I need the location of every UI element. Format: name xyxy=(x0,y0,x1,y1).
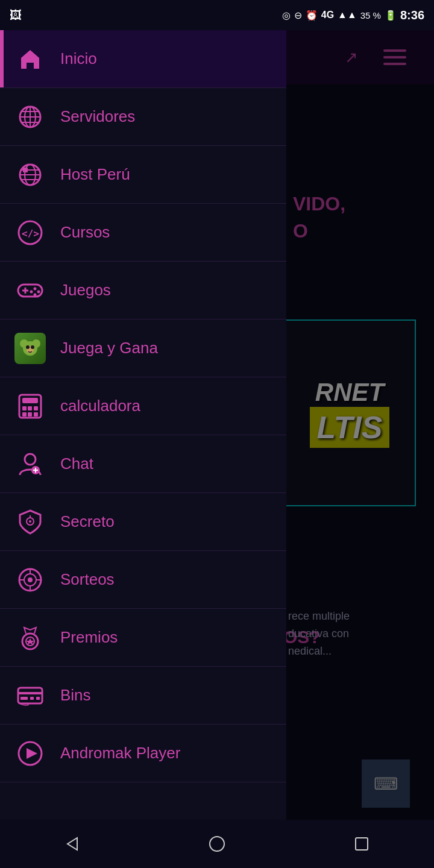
sidebar-item-sorteos[interactable]: Sorteos xyxy=(0,551,286,609)
svg-marker-59 xyxy=(68,838,77,850)
svg-rect-32 xyxy=(22,412,27,417)
svg-point-17 xyxy=(34,287,37,290)
svg-point-20 xyxy=(34,293,37,296)
svg-rect-34 xyxy=(34,412,38,417)
svg-point-48 xyxy=(28,577,33,582)
sidebar-item-host-peru[interactable]: Host Perú xyxy=(0,146,286,204)
battery-text: 35 % xyxy=(360,10,381,20)
sidebar-item-andromak[interactable]: Andromak Player xyxy=(0,725,286,782)
status-left: 🖼 xyxy=(10,8,22,22)
chat-person-icon xyxy=(14,448,46,480)
svg-rect-28 xyxy=(22,398,38,403)
card-icon xyxy=(14,680,46,711)
sidebar-item-juega-gana[interactable]: Juega y Gana xyxy=(0,319,286,377)
play-circle-icon xyxy=(14,738,46,769)
sidebar-item-servidores[interactable]: Servidores xyxy=(0,88,286,146)
medal-icon xyxy=(14,622,46,653)
sidebar-item-premios[interactable]: Premios xyxy=(0,609,286,667)
koala-icon xyxy=(14,333,46,364)
sidebar-label-juega-gana: Juega y Gana xyxy=(60,339,158,357)
svg-rect-33 xyxy=(28,412,32,417)
network-label: 4G xyxy=(321,10,334,20)
calculator-icon xyxy=(14,391,46,422)
gamepad-icon xyxy=(14,275,46,306)
image-icon: 🖼 xyxy=(10,8,22,22)
globe-icon-2 xyxy=(14,159,46,190)
sidebar-label-secreto: Secreto xyxy=(60,512,115,531)
sidebar-label-host-peru: Host Perú xyxy=(60,165,130,184)
svg-point-35 xyxy=(25,454,36,465)
sorteos-icon xyxy=(14,564,46,596)
drawer-overlay[interactable] xyxy=(283,30,434,868)
sidebar-label-juegos: Juegos xyxy=(60,281,111,300)
home-button[interactable] xyxy=(199,826,235,862)
svg-point-26 xyxy=(31,345,34,349)
sidebar-label-bins: Bins xyxy=(60,686,91,705)
signal-icon: ▲▲ xyxy=(338,10,357,20)
svg-rect-52 xyxy=(18,688,42,703)
battery-icon: 🔋 xyxy=(385,10,397,21)
sidebar-label-andromak: Andromak Player xyxy=(60,744,180,763)
globe-icon-1 xyxy=(14,101,46,133)
sidebar-item-juegos[interactable]: Juegos xyxy=(0,262,286,319)
svg-point-19 xyxy=(30,290,33,293)
svg-rect-29 xyxy=(22,406,27,410)
sidebar-label-premios: Premios xyxy=(60,628,118,647)
status-bar: 🖼 ◎ ⊖ ⏰ 4G ▲▲ 35 % 🔋 8:36 xyxy=(0,0,434,30)
svg-point-41 xyxy=(29,520,31,523)
svg-rect-61 xyxy=(356,838,368,850)
svg-rect-54 xyxy=(20,697,28,700)
code-icon: </> xyxy=(14,217,46,248)
sidebar-label-servidores: Servidores xyxy=(60,107,135,126)
home-icon xyxy=(14,43,46,75)
sidebar-label-inicio: Inicio xyxy=(60,49,97,68)
sidebar-item-cursos[interactable]: </> Cursos xyxy=(0,204,286,262)
nav-drawer: Inicio Servidores xyxy=(0,30,286,868)
sidebar-label-calculadora: calculadora xyxy=(60,397,140,415)
clock: 8:36 xyxy=(400,8,424,22)
svg-point-18 xyxy=(37,290,40,293)
svg-marker-58 xyxy=(27,748,37,759)
svg-point-25 xyxy=(26,345,30,349)
sidebar-item-secreto[interactable]: Secreto xyxy=(0,493,286,551)
sidebar-label-chat: Chat xyxy=(60,454,93,473)
dnd-icon: ⊖ xyxy=(294,10,302,21)
svg-text:</>: </> xyxy=(22,228,39,239)
sidebar-item-chat[interactable]: Chat xyxy=(0,435,286,493)
sidebar-item-calculadora[interactable]: calculadora xyxy=(0,377,286,435)
sidebar-item-bins[interactable]: Bins xyxy=(0,667,286,725)
svg-rect-31 xyxy=(34,406,38,410)
svg-rect-30 xyxy=(28,406,32,410)
svg-rect-11 xyxy=(23,168,28,172)
sidebar-label-cursos: Cursos xyxy=(60,223,110,242)
wifi-icon: ◎ xyxy=(282,10,291,21)
alarm-icon: ⏰ xyxy=(306,10,318,21)
sidebar-label-sorteos: Sorteos xyxy=(60,570,115,589)
back-button[interactable] xyxy=(54,826,90,862)
svg-rect-56 xyxy=(36,697,40,700)
sidebar-item-inicio[interactable]: Inicio xyxy=(0,30,286,88)
svg-rect-55 xyxy=(30,697,34,700)
svg-point-60 xyxy=(210,837,224,851)
status-right: ◎ ⊖ ⏰ 4G ▲▲ 35 % 🔋 8:36 xyxy=(282,8,424,22)
shield-icon xyxy=(14,506,46,538)
bottom-navigation xyxy=(0,820,434,868)
recents-button[interactable] xyxy=(344,826,380,862)
